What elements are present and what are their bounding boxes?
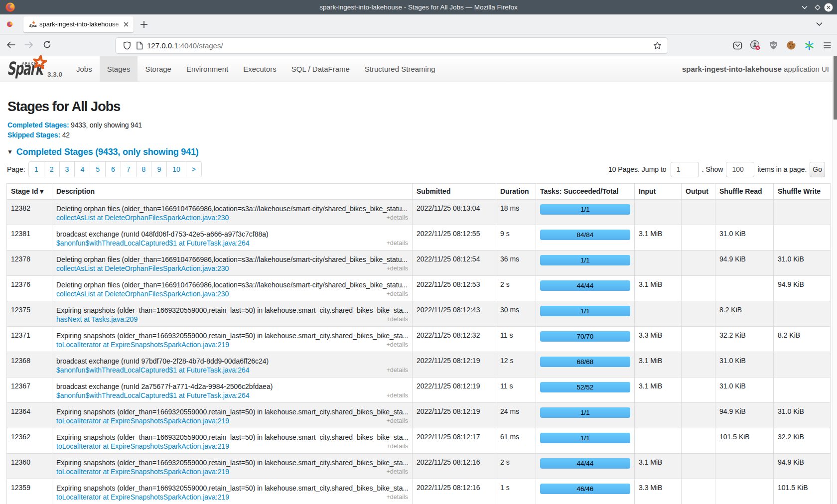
stage-callsite-link[interactable]: toLocalIterator at ExpireSnapshotsSparkA… bbox=[56, 442, 229, 451]
nav-link[interactable]: SQL / DataFrame bbox=[284, 56, 357, 82]
url-bar[interactable]: 127.0.0.1:4040/stages/ bbox=[116, 38, 668, 53]
bookmark-star-icon[interactable] bbox=[653, 41, 662, 50]
browser-tab[interactable]: Spark spark-ingest-into-lakehouse bbox=[23, 16, 134, 32]
details-toggle[interactable]: +details bbox=[387, 315, 408, 324]
page-link[interactable]: > bbox=[186, 161, 202, 177]
forward-button[interactable] bbox=[24, 41, 33, 49]
column-header[interactable]: Shuffle Read bbox=[715, 184, 774, 200]
details-toggle[interactable]: +details bbox=[387, 366, 408, 375]
nav-link[interactable]: Storage bbox=[138, 56, 179, 82]
stage-callsite-link[interactable]: collectAsList at DeleteOrphanFilesSparkA… bbox=[56, 289, 229, 298]
page-link[interactable]: 8 bbox=[137, 161, 152, 177]
stage-callsite-link[interactable]: $anonfun$withThreadLocalCaptured$1 at Fu… bbox=[56, 239, 250, 248]
page-link[interactable]: 7 bbox=[121, 161, 137, 177]
details-toggle[interactable]: +details bbox=[387, 239, 408, 248]
stage-callsite-link[interactable]: collectAsList at DeleteOrphanFilesSparkA… bbox=[56, 264, 229, 273]
details-toggle[interactable]: +details bbox=[387, 264, 408, 273]
list-tabs-icon[interactable] bbox=[816, 22, 823, 26]
tab-close-icon[interactable] bbox=[122, 20, 130, 28]
page-button-6[interactable]: 6 bbox=[106, 161, 121, 177]
jump-to-input[interactable] bbox=[671, 162, 699, 177]
details-toggle[interactable]: +details bbox=[387, 416, 408, 425]
column-header[interactable]: Stage Id ▾ bbox=[7, 184, 52, 200]
go-button[interactable]: Go bbox=[810, 162, 825, 177]
containers-icon[interactable] bbox=[749, 39, 761, 51]
stage-callsite-link[interactable]: hasNext at Tasks.java:209 bbox=[56, 315, 138, 324]
page-button-5[interactable]: 5 bbox=[90, 161, 106, 177]
completed-stages-section-header[interactable]: ▼Completed Stages (9433, only showing 94… bbox=[7, 146, 830, 157]
nav-item-storage[interactable]: Storage bbox=[138, 56, 179, 82]
page-button-10[interactable]: 10 bbox=[167, 161, 186, 177]
scrollbar-thumb[interactable] bbox=[834, 56, 837, 120]
column-header[interactable]: Input bbox=[635, 184, 682, 200]
skipped-stages-link[interactable]: Skipped Stages: bbox=[7, 131, 60, 139]
tracking-protection-icon[interactable] bbox=[123, 41, 131, 50]
nav-link[interactable]: Environment bbox=[179, 56, 236, 82]
pocket-icon[interactable] bbox=[731, 39, 743, 51]
page-button-3[interactable]: 3 bbox=[60, 161, 75, 177]
page-button-8[interactable]: 8 bbox=[137, 161, 152, 177]
new-tab-button[interactable] bbox=[139, 19, 149, 30]
nav-item-executors[interactable]: Executors bbox=[236, 56, 284, 82]
nav-link[interactable]: Jobs bbox=[69, 56, 100, 82]
extension-asterisk-icon[interactable] bbox=[803, 39, 815, 51]
nav-item-environment[interactable]: Environment bbox=[179, 56, 236, 82]
url-text[interactable]: 127.0.0.1:4040/stages/ bbox=[147, 38, 223, 53]
nav-item-sql-dataframe[interactable]: SQL / DataFrame bbox=[284, 56, 357, 82]
column-header[interactable]: Shuffle Write bbox=[774, 184, 831, 200]
column-header[interactable]: Description bbox=[52, 184, 413, 200]
nav-item-stages[interactable]: Stages bbox=[100, 56, 138, 82]
page-button-7[interactable]: 7 bbox=[121, 161, 137, 177]
page-link[interactable]: 3 bbox=[60, 161, 75, 177]
page-button-4[interactable]: 4 bbox=[75, 161, 90, 177]
window-maximize-button[interactable] bbox=[815, 4, 821, 10]
page-button-9[interactable]: 9 bbox=[151, 161, 167, 177]
stage-callsite-link[interactable]: toLocalIterator at ExpireSnapshotsSparkA… bbox=[56, 340, 229, 349]
page-link[interactable]: 1 bbox=[28, 161, 44, 177]
column-header[interactable]: Output bbox=[682, 184, 715, 200]
page-link[interactable]: 4 bbox=[75, 161, 90, 177]
page-link[interactable]: 10 bbox=[167, 161, 186, 177]
details-toggle[interactable]: +details bbox=[387, 467, 408, 476]
back-button[interactable] bbox=[6, 41, 16, 49]
details-toggle[interactable]: +details bbox=[387, 442, 408, 451]
stage-callsite-link[interactable]: toLocalIterator at ExpireSnapshotsSparkA… bbox=[56, 416, 229, 425]
scrollbar[interactable] bbox=[833, 56, 837, 504]
page-info-icon[interactable] bbox=[136, 41, 143, 50]
stage-callsite-link[interactable]: collectAsList at DeleteOrphanFilesSparkA… bbox=[56, 213, 229, 222]
show-count-input[interactable] bbox=[726, 162, 754, 177]
nav-link[interactable]: Structured Streaming bbox=[357, 56, 443, 82]
window-close-button[interactable] bbox=[824, 3, 833, 12]
nav-link[interactable]: Executors bbox=[236, 56, 284, 82]
page-button-2[interactable]: 2 bbox=[44, 161, 60, 177]
completed-stages-link[interactable]: Completed Stages: bbox=[7, 121, 69, 129]
page-link[interactable]: 6 bbox=[106, 161, 121, 177]
stage-callsite-link[interactable]: $anonfun$withThreadLocalCaptured$1 at Fu… bbox=[56, 366, 250, 375]
page-button-1[interactable]: 1 bbox=[28, 161, 44, 177]
details-toggle[interactable]: +details bbox=[387, 340, 408, 349]
details-toggle[interactable]: +details bbox=[387, 289, 408, 298]
nav-item-structured-streaming[interactable]: Structured Streaming bbox=[357, 56, 443, 82]
window-minimize-button[interactable] bbox=[802, 5, 808, 9]
page-button->[interactable]: > bbox=[186, 161, 202, 177]
firefox-view-icon[interactable] bbox=[6, 21, 13, 27]
reload-button[interactable] bbox=[43, 40, 51, 49]
page-link[interactable]: 9 bbox=[151, 161, 167, 177]
ublock-icon[interactable]: UO bbox=[767, 39, 779, 51]
stage-callsite-link[interactable]: toLocalIterator at ExpireSnapshotsSparkA… bbox=[56, 493, 229, 502]
menu-hamburger-icon[interactable] bbox=[821, 39, 833, 51]
details-toggle[interactable]: +details bbox=[387, 493, 408, 502]
column-header[interactable]: Submitted bbox=[413, 184, 496, 200]
details-toggle[interactable]: +details bbox=[387, 391, 408, 400]
cookie-icon[interactable] bbox=[785, 39, 797, 51]
stage-callsite-link[interactable]: $anonfun$withThreadLocalCaptured$1 at Fu… bbox=[56, 391, 250, 400]
spark-logo[interactable]: Spark APACHE 3.3.0 bbox=[7, 56, 69, 82]
column-header[interactable]: Duration bbox=[496, 184, 536, 200]
nav-link[interactable]: Stages bbox=[100, 56, 138, 82]
nav-item-jobs[interactable]: Jobs bbox=[69, 56, 100, 82]
page-link[interactable]: 5 bbox=[90, 161, 106, 177]
column-header[interactable]: Tasks: Succeeded/Total bbox=[536, 184, 635, 200]
details-toggle[interactable]: +details bbox=[387, 213, 408, 222]
page-link[interactable]: 2 bbox=[44, 161, 60, 177]
stage-callsite-link[interactable]: toLocalIterator at ExpireSnapshotsSparkA… bbox=[56, 467, 229, 476]
